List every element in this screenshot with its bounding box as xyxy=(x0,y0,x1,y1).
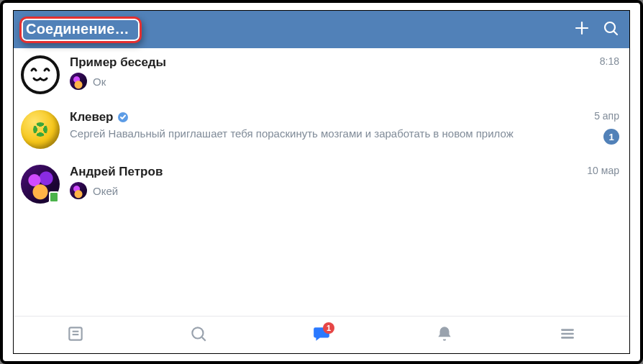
conversation-meta: 8:18 xyxy=(583,55,619,67)
search-icon xyxy=(189,324,208,346)
bell-icon xyxy=(435,324,454,346)
plus-icon xyxy=(573,19,590,40)
conversation-name: Андрей Петров xyxy=(70,165,163,179)
sender-avatar xyxy=(70,73,87,90)
messages-badge: 1 xyxy=(323,322,334,334)
avatar xyxy=(21,110,60,149)
avatar xyxy=(21,55,60,94)
nav-messages[interactable]: 1 xyxy=(303,317,340,354)
conversation-content: Пример беседы Ок xyxy=(70,55,578,90)
device-frame: Соединение… xyxy=(0,0,643,364)
message-preview: Сергей Навальный приглашает тебя пораски… xyxy=(70,127,514,140)
conversation-name: Пример беседы xyxy=(70,55,166,70)
svg-point-8 xyxy=(192,327,203,338)
conversation-name: Клевер xyxy=(70,110,113,124)
conversation-item[interactable]: Пример беседы Ок 8:18 xyxy=(14,48,629,103)
header-bar: Соединение… xyxy=(14,11,629,48)
timestamp: 10 мар xyxy=(587,165,619,176)
timestamp: 5 апр xyxy=(594,110,619,122)
bottom-nav: 1 xyxy=(14,316,629,353)
sender-avatar xyxy=(70,182,87,199)
online-indicator-icon xyxy=(49,191,59,203)
avatar xyxy=(21,165,60,204)
search-button[interactable] xyxy=(596,15,625,44)
timestamp: 8:18 xyxy=(600,55,619,67)
conversation-item[interactable]: Клевер Сергей Навальный приглашает тебя … xyxy=(14,103,629,158)
conversation-item[interactable]: Андрей Петров Окей 10 мар xyxy=(14,158,629,212)
nav-feed[interactable] xyxy=(57,317,94,354)
conversation-meta: 5 апр 1 xyxy=(583,110,619,145)
nav-notifications[interactable] xyxy=(426,317,463,354)
app-window: Соединение… xyxy=(13,10,630,354)
nav-menu[interactable] xyxy=(549,317,586,354)
message-preview: Окей xyxy=(93,185,118,197)
conversation-content: Клевер Сергей Навальный приглашает тебя … xyxy=(70,110,578,140)
connection-status: Соединение… xyxy=(19,17,142,43)
nav-search[interactable] xyxy=(180,317,217,354)
svg-line-9 xyxy=(202,337,206,340)
unread-badge: 1 xyxy=(603,129,619,145)
feed-icon xyxy=(66,324,85,346)
search-icon xyxy=(602,19,619,40)
conversation-meta: 10 мар xyxy=(583,165,619,176)
conversation-list: Пример беседы Ок 8:18 Клевер xyxy=(14,48,629,316)
connection-status-text: Соединение… xyxy=(26,21,129,37)
conversation-content: Андрей Петров Окей xyxy=(70,165,578,199)
message-preview: Ок xyxy=(93,76,106,88)
compose-button[interactable] xyxy=(567,15,596,44)
menu-icon xyxy=(558,324,577,346)
svg-line-3 xyxy=(614,32,618,35)
face-icon xyxy=(21,55,60,94)
coin-icon xyxy=(21,110,60,149)
verified-icon xyxy=(117,112,129,123)
